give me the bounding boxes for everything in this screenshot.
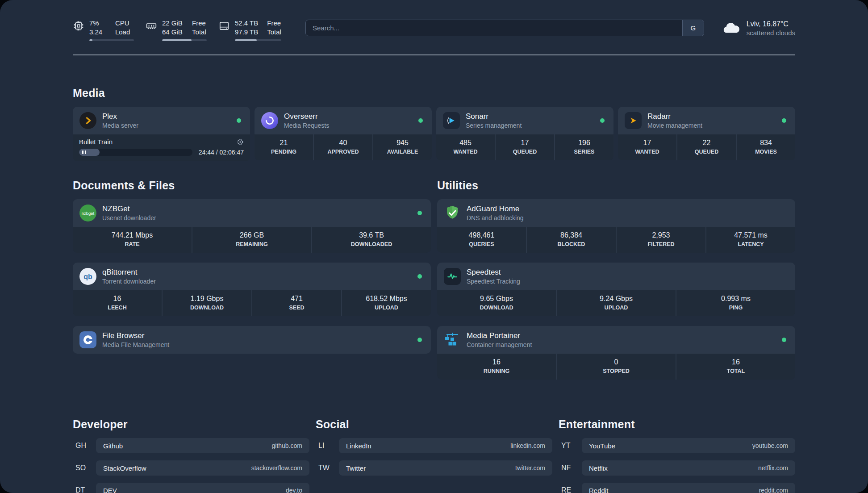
- disk-icon: [218, 19, 230, 41]
- service-link-speedtest[interactable]: Speedtest Speedtest Tracking: [437, 263, 795, 290]
- service-name: Overseerr: [284, 112, 329, 121]
- stat-label: PENDING: [256, 148, 311, 156]
- service-link-portainer[interactable]: Media Portainer Container management: [437, 326, 795, 354]
- stat-value: 2,953: [618, 231, 704, 240]
- bookmark-name: StackOverflow: [103, 464, 146, 472]
- status-dot: [417, 274, 422, 279]
- bookmark-group-entertainment: Entertainment YT YouTube youtube.com NF …: [559, 418, 795, 493]
- section-title-utilities: Utilities: [437, 179, 795, 192]
- gear-icon[interactable]: [237, 138, 244, 146]
- adguard-icon: [444, 205, 461, 221]
- service-link-overseerr[interactable]: Overseerr Media Requests: [255, 107, 432, 134]
- disk-free-value: 52.4 TB: [235, 19, 258, 27]
- stat-value: 16: [75, 294, 160, 303]
- status-dot: [417, 211, 422, 215]
- stat-value: 16: [439, 358, 554, 367]
- service-link-filebrowser[interactable]: File Browser Media File Management: [73, 326, 431, 354]
- stat-label: MOVIES: [739, 148, 793, 156]
- overseerr-icon: [261, 112, 278, 129]
- service-link-nzbget[interactable]: nzbget NZBGet Usenet downloader: [73, 199, 431, 227]
- service-link-adguard[interactable]: AdGuard Home DNS and adblocking: [437, 199, 795, 227]
- service-link-qbittorrent[interactable]: qb qBittorrent Torrent downloader: [73, 263, 431, 290]
- stat-value: 47.571 ms: [708, 231, 793, 240]
- service-link-radarr[interactable]: Radarr Movie management: [618, 107, 795, 134]
- service-name: qBittorrent: [102, 267, 156, 277]
- section-title-media: Media: [73, 87, 795, 100]
- sonarr-icon: [443, 112, 460, 129]
- portainer-stats: 16 RUNNING 0 STOPPED 16 TOTAL: [437, 354, 795, 380]
- stat-stopped: 0 STOPPED: [557, 354, 676, 380]
- section-title-developer: Developer: [73, 418, 309, 431]
- bookmark-link-linkedin[interactable]: LinkedIn linkedin.com: [339, 438, 552, 453]
- bookmark-abbr: TW: [316, 464, 339, 472]
- stat-value: 86,384: [529, 231, 614, 240]
- bookmark-abbr: DT: [73, 486, 96, 493]
- bookmark-link-netflix[interactable]: Netflix netflix.com: [582, 460, 795, 476]
- stat-label: BLOCKED: [529, 241, 614, 248]
- service-subtitle: Movie management: [647, 121, 702, 130]
- sonarr-stats: 485 WANTED 17 QUEUED 196 SERIES: [436, 134, 613, 160]
- bookmark-dev: DT DEV dev.to: [73, 483, 309, 493]
- service-card-filebrowser: File Browser Media File Management: [73, 326, 431, 354]
- service-name: Plex: [102, 112, 138, 121]
- bookmark-url: youtube.com: [752, 442, 788, 449]
- search-bar: G: [305, 20, 704, 36]
- service-name: Speedtest: [467, 267, 520, 277]
- qbittorrent-icon: qb: [79, 268, 96, 285]
- search-input[interactable]: [306, 20, 682, 36]
- bookmark-linkedin: LI LinkedIn linkedin.com: [316, 438, 552, 453]
- bookmark-twitter: TW Twitter twitter.com: [316, 460, 552, 476]
- bookmark-url: stackoverflow.com: [251, 464, 302, 472]
- bookmark-name: Reddit: [589, 487, 608, 493]
- stat-value: 744.21 Mbps: [75, 231, 190, 240]
- service-link-sonarr[interactable]: Sonarr Series management: [436, 107, 613, 134]
- nzbget-icon: nzbget: [79, 205, 96, 221]
- stat-value: 945: [375, 138, 430, 147]
- service-link-plex[interactable]: Plex Media server: [73, 107, 250, 134]
- status-dot: [418, 118, 423, 123]
- bookmark-abbr: SO: [73, 464, 96, 472]
- bookmark-name: DEV: [103, 487, 117, 493]
- service-subtitle: Media File Management: [102, 341, 169, 349]
- stat-value: 0: [559, 358, 674, 367]
- cpu-progress-bar: [89, 39, 134, 41]
- memory-total-value: 64 GiB: [162, 28, 183, 36]
- speedtest-stats: 9.65 Gbps DOWNLOAD 9.24 Gbps UPLOAD 0.99…: [437, 290, 795, 316]
- stat-label: PING: [678, 304, 793, 312]
- speedtest-icon: [444, 268, 461, 285]
- disk-widget: 52.4 TB Free 97.9 TB Total: [218, 19, 281, 41]
- stat-label: UPLOAD: [344, 304, 429, 312]
- status-dot: [417, 338, 422, 342]
- search-provider-button[interactable]: G: [682, 20, 704, 36]
- stat-label: RUNNING: [439, 368, 554, 375]
- stat-label: LEECH: [75, 304, 160, 312]
- stat-blocked: 86,384 BLOCKED: [527, 227, 616, 253]
- service-name: Sonarr: [466, 112, 522, 121]
- stat-value: 22: [679, 138, 734, 147]
- bookmark-link-github[interactable]: Github github.com: [96, 438, 309, 453]
- filebrowser-icon: [79, 331, 96, 348]
- stat-value: 1.19 Gbps: [164, 294, 250, 303]
- cpu-load-label: Load: [115, 28, 134, 36]
- bookmark-link-stackoverflow[interactable]: StackOverflow stackoverflow.com: [96, 460, 309, 476]
- cpu-usage-label: CPU: [115, 19, 134, 27]
- stat-label: QUERIES: [439, 241, 524, 248]
- bookmark-link-youtube[interactable]: YouTube youtube.com: [582, 438, 795, 453]
- service-card-portainer: Media Portainer Container management 16 …: [437, 326, 795, 380]
- section-title-entertainment: Entertainment: [559, 418, 795, 431]
- bookmark-link-reddit[interactable]: Reddit reddit.com: [582, 483, 795, 493]
- stat-value: 485: [438, 138, 493, 147]
- memory-free-label: Free: [192, 19, 207, 27]
- bookmark-link-twitter[interactable]: Twitter twitter.com: [339, 460, 552, 476]
- status-dot: [782, 338, 786, 342]
- stat-downloaded: 39.6 TB DOWNLOADED: [312, 227, 431, 253]
- bookmark-abbr: RE: [559, 486, 582, 493]
- stat-value: 498,461: [439, 231, 524, 240]
- bookmark-abbr: LI: [316, 442, 339, 450]
- bookmark-link-dev[interactable]: DEV dev.to: [96, 483, 309, 493]
- stat-label: REMAINING: [194, 241, 309, 248]
- stat-queued: 22 QUEUED: [677, 134, 736, 160]
- service-card-adguard: AdGuard Home DNS and adblocking 498,461 …: [437, 199, 795, 253]
- cpu-load-value: 3.24: [89, 28, 106, 36]
- stat-download: 9.65 Gbps DOWNLOAD: [437, 290, 556, 316]
